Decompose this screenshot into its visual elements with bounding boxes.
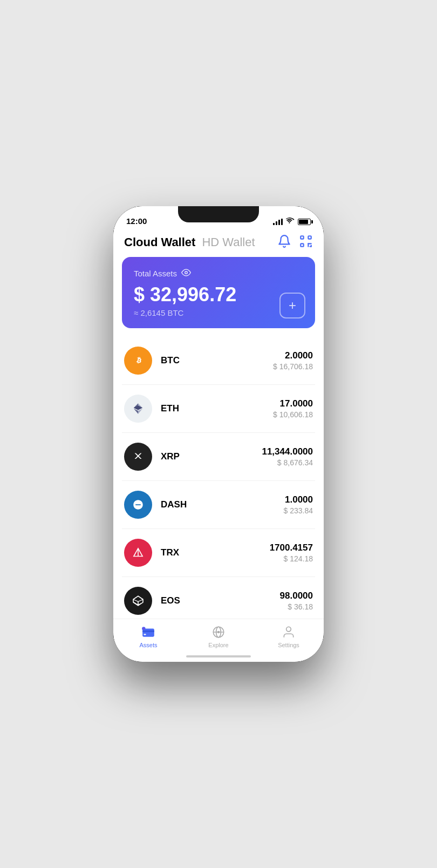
btc-name: BTC [161, 355, 273, 366]
list-item[interactable]: EOS 98.0000 $ 36.18 [122, 577, 315, 619]
status-icons [273, 218, 311, 226]
svg-point-19 [142, 627, 145, 629]
assets-nav-label: Assets [139, 642, 157, 648]
btc-amount: 2.0000 [273, 350, 313, 361]
assets-nav-icon [141, 625, 156, 640]
battery-icon [298, 219, 311, 225]
header: Cloud Wallet HD Wallet [113, 230, 324, 257]
dash-usd: $ 233.84 [284, 506, 313, 515]
scan-icon[interactable] [299, 234, 313, 250]
settings-nav-icon [281, 625, 296, 640]
list-item[interactable]: BTC 2.0000 $ 16,706.18 [122, 337, 315, 385]
eos-icon [124, 587, 152, 615]
eos-name: EOS [161, 595, 280, 606]
svg-point-23 [217, 631, 220, 633]
eth-values: 17.0000 $ 10,606.18 [273, 398, 313, 419]
eos-values: 98.0000 $ 36.18 [280, 591, 313, 611]
btc-icon [124, 347, 152, 375]
list-item[interactable]: XRP 11,344.0000 $ 8,676.34 [122, 433, 315, 481]
eth-amount: 17.0000 [273, 398, 313, 409]
list-item[interactable]: TRX 1700.4157 $ 124.18 [122, 529, 315, 577]
svg-rect-16 [142, 630, 154, 632]
plus-icon: + [289, 299, 296, 312]
dash-amount: 1.0000 [284, 494, 313, 505]
nav-settings[interactable]: Settings [254, 625, 324, 648]
eth-name: ETH [161, 403, 273, 414]
list-item[interactable]: DASH 1.0000 $ 233.84 [122, 481, 315, 529]
btc-usd: $ 16,706.18 [273, 362, 313, 371]
eos-usd: $ 36.18 [280, 602, 313, 611]
trx-usd: $ 124.18 [270, 554, 313, 563]
eos-amount: 98.0000 [280, 591, 313, 601]
xrp-icon [124, 443, 152, 471]
svg-rect-1 [308, 236, 311, 239]
trx-values: 1700.4157 $ 124.18 [270, 542, 313, 563]
xrp-name: XRP [161, 451, 262, 462]
list-item[interactable]: ETH 17.0000 $ 10,606.18 [122, 385, 315, 433]
home-indicator [186, 655, 251, 657]
crypto-list: BTC 2.0000 $ 16,706.18 ETH [113, 337, 324, 619]
btc-values: 2.0000 $ 16,706.18 [273, 350, 313, 371]
eth-usd: $ 10,606.18 [273, 410, 313, 419]
phone-frame: 12:00 Cloud [113, 206, 324, 662]
svg-point-24 [286, 627, 291, 632]
assets-label: Total Assets [134, 268, 303, 279]
hd-wallet-tab[interactable]: HD Wallet [202, 235, 255, 249]
explore-nav-icon [211, 625, 226, 640]
xrp-values: 11,344.0000 $ 8,676.34 [262, 446, 313, 467]
assets-btc-equiv: ≈ 2,6145 BTC [134, 308, 303, 317]
xrp-amount: 11,344.0000 [262, 446, 313, 457]
assets-amount: $ 32,996.72 [134, 283, 303, 306]
svg-rect-17 [144, 634, 146, 635]
status-time: 12:00 [126, 216, 147, 226]
nav-assets[interactable]: Assets [113, 625, 183, 648]
signal-icon [273, 219, 283, 225]
dash-icon [124, 491, 152, 519]
phone-screen: 12:00 Cloud [113, 206, 324, 662]
nav-explore[interactable]: Explore [183, 625, 254, 648]
header-left: Cloud Wallet HD Wallet [124, 235, 255, 249]
header-icons [277, 234, 313, 250]
dash-values: 1.0000 $ 233.84 [284, 494, 313, 515]
xrp-usd: $ 8,676.34 [262, 458, 313, 467]
svg-rect-2 [301, 243, 303, 246]
svg-rect-0 [301, 236, 303, 239]
eye-icon[interactable] [181, 268, 191, 279]
dash-name: DASH [161, 499, 284, 510]
assets-card: Total Assets $ 32,996.72 ≈ 2,6145 BTC + [122, 257, 315, 328]
trx-amount: 1700.4157 [270, 542, 313, 553]
eth-icon [124, 395, 152, 423]
svg-point-7 [185, 272, 188, 274]
notch [178, 206, 259, 222]
explore-nav-label: Explore [208, 642, 228, 648]
settings-nav-label: Settings [278, 642, 299, 648]
bell-icon[interactable] [277, 234, 291, 250]
wifi-icon [286, 218, 295, 226]
trx-icon [124, 539, 152, 567]
cloud-wallet-tab[interactable]: Cloud Wallet [124, 235, 195, 249]
trx-name: TRX [161, 547, 270, 558]
add-asset-button[interactable]: + [279, 293, 305, 318]
